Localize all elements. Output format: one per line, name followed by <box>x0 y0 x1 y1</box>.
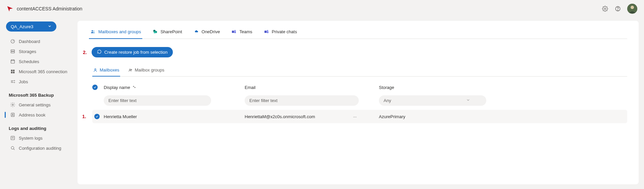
tab-label: Private chats <box>272 29 297 34</box>
nav-label: Schedules <box>19 59 39 64</box>
page-title: contentACCESS Administration <box>17 6 82 11</box>
svg-point-4 <box>631 6 634 9</box>
svg-rect-6 <box>11 50 15 51</box>
chevron-down-icon <box>466 98 470 103</box>
svg-rect-10 <box>13 70 15 72</box>
select-all-checkbox[interactable] <box>92 85 98 90</box>
action-row: 2. Create restore job from selection <box>83 47 627 57</box>
storage-selected-value: Any <box>384 98 391 103</box>
logs-icon <box>10 135 15 141</box>
sidebar: QA_Azure3 Dashboard Storages Schedules M… <box>0 17 76 189</box>
table-row[interactable]: 1. Henrietta Mueller HenriettaM@x2c0s.on… <box>92 110 627 123</box>
sidebar-item-system-logs[interactable]: System logs <box>3 133 76 143</box>
magnifier-icon <box>10 145 15 151</box>
svg-point-27 <box>267 30 268 31</box>
teams-chat-icon <box>264 29 269 34</box>
grid-icon <box>10 69 15 74</box>
brand-area: contentACCESS Administration <box>7 5 82 12</box>
header-email[interactable]: Email <box>245 85 379 90</box>
header-storage[interactable]: Storage <box>379 85 627 90</box>
subtab-label: Mailbox groups <box>135 67 164 73</box>
tenant-name: QA_Azure3 <box>11 24 33 29</box>
top-header: contentACCESS Administration <box>0 0 644 17</box>
sidebar-item-m365-connection[interactable]: Microsoft 365 connection <box>3 66 76 77</box>
tab-mailboxes-groups[interactable]: Mailboxes and groups <box>89 26 142 39</box>
svg-point-18 <box>92 30 93 32</box>
nav-label: System logs <box>19 136 43 141</box>
filter-storage-select[interactable]: Any <box>379 95 486 106</box>
svg-rect-8 <box>11 60 15 63</box>
sidebar-item-config-auditing[interactable]: Configuration auditing <box>3 143 76 153</box>
onedrive-icon <box>194 29 199 34</box>
annotation-two: 2. <box>83 50 87 55</box>
sidebar-item-general-settings[interactable]: General settings <box>3 100 76 110</box>
row-checkbox[interactable] <box>94 114 100 119</box>
svg-rect-23 <box>232 31 234 33</box>
filter-email-input[interactable] <box>245 95 359 106</box>
svg-rect-25 <box>235 31 236 33</box>
button-label: Create restore job from selection <box>104 50 168 55</box>
subtab-label: Mailboxes <box>100 67 119 73</box>
subtab-mailboxes[interactable]: Mailboxes <box>92 65 120 77</box>
svg-rect-16 <box>11 136 15 140</box>
tab-label: Mailboxes and groups <box>98 29 141 34</box>
sidebar-item-dashboard[interactable]: Dashboard <box>3 36 76 46</box>
nav-label: Address book <box>19 112 46 117</box>
top-tabs: Mailboxes and groups SharePoint OneDrive… <box>89 26 627 39</box>
table-header-row: Display name Email Storage <box>92 82 627 93</box>
filter-display-name-input[interactable] <box>104 95 211 106</box>
sidebar-item-storages[interactable]: Storages <box>3 46 76 56</box>
row-more-icon[interactable]: ··· <box>353 114 362 119</box>
tab-label: Teams <box>239 29 252 34</box>
teams-icon <box>231 29 237 34</box>
tab-teams[interactable]: Teams <box>230 26 253 39</box>
svg-rect-26 <box>264 31 267 33</box>
nav-label: Dashboard <box>19 39 40 44</box>
sidebar-section-logs: Logs and auditing <box>3 120 76 133</box>
svg-rect-7 <box>11 52 15 53</box>
sub-tabs: Mailboxes Mailbox groups <box>92 65 627 77</box>
svg-point-30 <box>129 69 131 70</box>
table-filter-row: Any <box>92 93 627 110</box>
people-group-icon <box>128 68 133 73</box>
database-icon <box>10 49 15 54</box>
cell-email: HenriettaM@x2c0s.onmicrosoft.com <box>245 114 315 119</box>
sidebar-item-address-book[interactable]: Address book <box>3 110 76 120</box>
tab-label: OneDrive <box>202 29 220 34</box>
header-label: Display name <box>104 85 130 90</box>
tab-sharepoint[interactable]: SharePoint <box>151 26 183 39</box>
subtab-mailbox-groups[interactable]: Mailbox groups <box>128 65 165 77</box>
calendar-icon <box>10 59 15 64</box>
sort-icon <box>132 85 136 90</box>
cell-storage: AzurePrimary <box>379 114 405 119</box>
sidebar-section-backup: Microsoft 365 Backup <box>3 87 76 100</box>
svg-point-13 <box>12 104 13 105</box>
header-display-name[interactable]: Display name <box>104 85 245 90</box>
header-label: Storage <box>379 85 394 90</box>
tab-private-chats[interactable]: Private chats <box>262 26 298 39</box>
svg-point-29 <box>95 68 96 70</box>
refresh-icon <box>97 49 102 55</box>
svg-point-31 <box>131 69 132 70</box>
svg-point-24 <box>235 30 236 31</box>
brand-logo-icon <box>7 5 13 12</box>
nav-label: Configuration auditing <box>19 146 61 151</box>
settings-gear-icon[interactable] <box>602 5 608 12</box>
svg-rect-11 <box>11 72 13 74</box>
tenant-selector[interactable]: QA_Azure3 <box>6 21 56 32</box>
main-panel: Mailboxes and groups SharePoint OneDrive… <box>78 21 639 184</box>
gear-icon <box>10 102 15 107</box>
svg-point-2 <box>617 10 618 10</box>
tab-onedrive[interactable]: OneDrive <box>192 26 221 39</box>
sharepoint-icon <box>152 29 158 34</box>
tab-label: SharePoint <box>160 29 182 34</box>
user-avatar[interactable] <box>627 4 637 14</box>
gauge-icon <box>10 39 15 44</box>
create-restore-button[interactable]: Create restore job from selection <box>92 47 173 57</box>
nav-label: Microsoft 365 connection <box>19 69 67 74</box>
svg-point-15 <box>12 114 13 115</box>
svg-point-22 <box>154 32 155 33</box>
sidebar-item-jobs[interactable]: Jobs <box>3 77 76 87</box>
help-icon[interactable] <box>614 5 621 12</box>
sidebar-item-schedules[interactable]: Schedules <box>3 56 76 66</box>
